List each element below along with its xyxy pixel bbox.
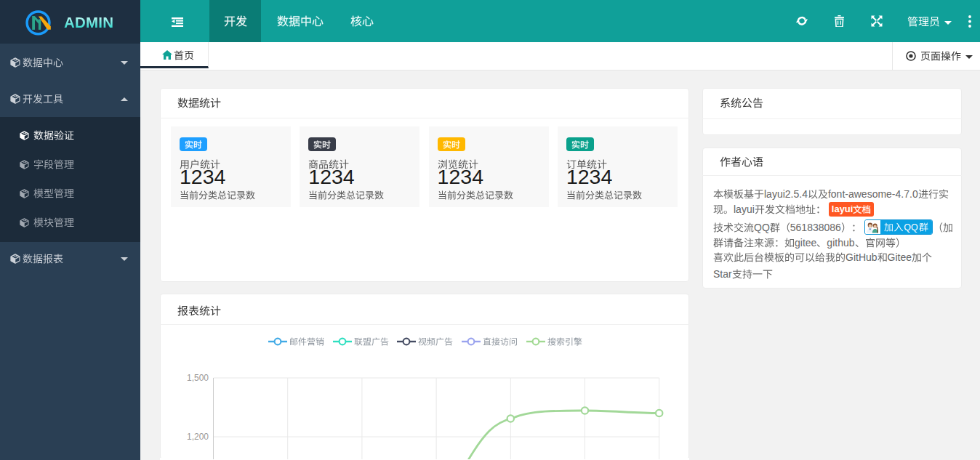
svg-text:1,500: 1,500 <box>187 373 209 383</box>
svg-text:1,200: 1,200 <box>187 432 209 442</box>
